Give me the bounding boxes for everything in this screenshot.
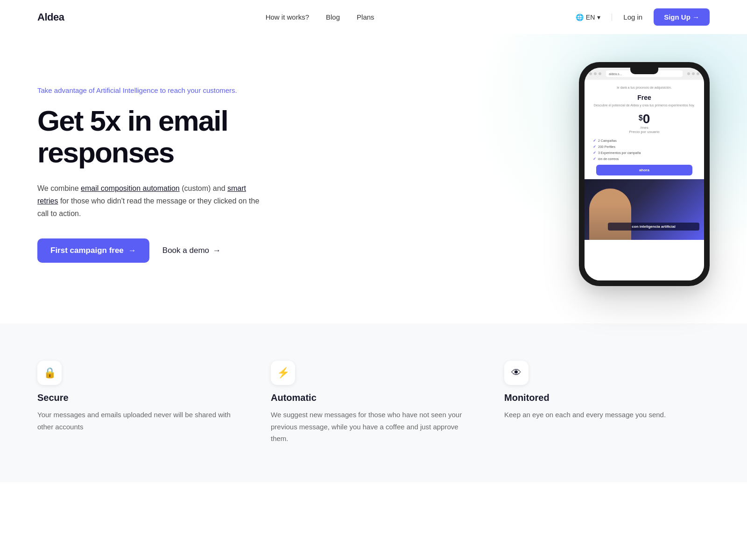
chevron-down-icon: ▾ bbox=[597, 14, 600, 21]
feature-icon-monitored: 👁 bbox=[504, 361, 529, 385]
feature-monitored: 👁 Monitored Keep an eye on each and ever… bbox=[504, 361, 710, 445]
phone-feature-4: ✓ ión de correos bbox=[593, 157, 696, 161]
phone-device: aldea.s... le dará a tus procesos de adq… bbox=[579, 62, 710, 286]
phone-feature-1: ✓ 2 Campañas bbox=[593, 139, 696, 143]
browser-dot-1 bbox=[589, 72, 592, 75]
phone-pricing-subtitle: le dará a tus procesos de adquisición. bbox=[591, 85, 698, 90]
hero-tagline: Take advantage of Artificial Intelligenc… bbox=[37, 85, 261, 96]
features-section: 🔒 Secure Your messages and emails upload… bbox=[0, 323, 747, 482]
nav-link-blog[interactable]: Blog bbox=[326, 13, 340, 21]
phone-url-text: aldea.s... bbox=[609, 72, 622, 76]
phone-currency-symbol: $ bbox=[639, 114, 643, 122]
phone-video-overlay: con inteligencia artificial bbox=[585, 179, 704, 240]
lock-icon: 🔒 bbox=[43, 367, 56, 379]
login-button[interactable]: Log in bbox=[623, 13, 642, 21]
check-icon-1: ✓ bbox=[593, 139, 596, 143]
book-demo-label: Book a demo bbox=[162, 246, 209, 255]
phone-feature-2: ✓ 200 Perfiles bbox=[593, 145, 696, 149]
hero-title-line2: responses bbox=[37, 136, 174, 168]
phone-price-block: $0 /mes Precio por usuario bbox=[591, 112, 698, 134]
hero-phone-mockup: aldea.s... le dará a tus procesos de adq… bbox=[579, 62, 710, 286]
phone-feature-label-3: 3 Experimentos por campaña bbox=[598, 151, 641, 154]
nav-links: How it works? Blog Plans bbox=[266, 13, 374, 21]
feature-title-monitored: Monitored bbox=[504, 392, 710, 403]
nav-right: 🌐 EN ▾ Log in Sign Up → bbox=[576, 8, 710, 26]
nav-item-how-it-works[interactable]: How it works? bbox=[266, 13, 309, 21]
feature-icon-secure: 🔒 bbox=[37, 361, 62, 385]
phone-cta-button[interactable]: ahora bbox=[596, 165, 692, 175]
hero-section: Take advantage of Artificial Intelligenc… bbox=[0, 34, 747, 323]
feature-icon-automatic: ⚡ bbox=[271, 361, 295, 385]
feature-title-secure: Secure bbox=[37, 392, 243, 403]
feature-secure: 🔒 Secure Your messages and emails upload… bbox=[37, 361, 243, 445]
bolt-icon: ⚡ bbox=[277, 367, 289, 379]
nav-link-how-it-works[interactable]: How it works? bbox=[266, 13, 309, 21]
browser-dot-2 bbox=[594, 72, 597, 75]
phone-feature-label-4: ión de correos bbox=[598, 157, 619, 161]
hero-content: Take advantage of Artificial Intelligenc… bbox=[37, 85, 261, 263]
hero-desc-middle: (custom) and bbox=[180, 184, 227, 192]
phone-screen: aldea.s... le dará a tus procesos de adq… bbox=[585, 68, 704, 280]
phone-plan-subtitle: Descubre el potencial de Aldea y crea tu… bbox=[591, 103, 698, 108]
check-icon-2: ✓ bbox=[593, 145, 596, 149]
navbar: Aldea How it works? Blog Plans 🌐 EN ▾ Lo… bbox=[0, 0, 747, 34]
signup-button[interactable]: Sign Up → bbox=[654, 8, 710, 26]
phone-plan-title: Free bbox=[591, 94, 698, 101]
hero-title-line1: Get 5x in email bbox=[37, 105, 228, 137]
browser-icon-1 bbox=[687, 72, 690, 75]
video-caption: con inteligencia artificial bbox=[608, 223, 699, 231]
phone-features-list: ✓ 2 Campañas ✓ 200 Perfiles ✓ 3 Experime… bbox=[591, 139, 698, 161]
feature-title-automatic: Automatic bbox=[271, 392, 476, 403]
hero-desc-start: We combine bbox=[37, 184, 81, 192]
feature-desc-automatic: We suggest new messages for those who ha… bbox=[271, 409, 476, 445]
phone-feature-3: ✓ 3 Experimentos por campaña bbox=[593, 151, 696, 155]
phone-price: $0 bbox=[639, 112, 650, 126]
phone-price-period: /mes Precio por usuario bbox=[591, 126, 698, 134]
arrow-right-icon: → bbox=[128, 246, 136, 255]
phone-feature-label-1: 2 Campañas bbox=[598, 139, 617, 142]
first-campaign-button[interactable]: First campaign free → bbox=[37, 238, 149, 263]
nav-item-plans[interactable]: Plans bbox=[357, 13, 374, 21]
check-icon-4: ✓ bbox=[593, 157, 596, 161]
check-icon-3: ✓ bbox=[593, 151, 596, 155]
eye-icon: 👁 bbox=[511, 367, 521, 379]
book-demo-button[interactable]: Book a demo → bbox=[162, 246, 221, 255]
email-automation-link[interactable]: email composition automation bbox=[81, 184, 180, 192]
phone-price-amount: 0 bbox=[643, 112, 650, 126]
phone-price-label: Precio por usuario bbox=[629, 130, 660, 134]
language-label: EN bbox=[586, 14, 595, 21]
features-grid: 🔒 Secure Your messages and emails upload… bbox=[37, 361, 710, 445]
video-face bbox=[589, 189, 631, 240]
phone-period-text: /mes bbox=[640, 126, 648, 130]
browser-dot-3 bbox=[599, 72, 601, 75]
phone-content: le dará a tus procesos de adquisición. F… bbox=[585, 80, 704, 280]
first-campaign-label: First campaign free bbox=[50, 246, 124, 255]
browser-icon-3 bbox=[697, 72, 699, 75]
hero-title: Get 5x in email responses bbox=[37, 105, 261, 168]
browser-icon-2 bbox=[692, 72, 695, 75]
feature-desc-secure: Your messages and emails uploaded never … bbox=[37, 409, 243, 433]
nav-link-plans[interactable]: Plans bbox=[357, 13, 374, 21]
phone-notch bbox=[630, 68, 658, 74]
feature-desc-monitored: Keep an eye on each and every message yo… bbox=[504, 409, 710, 421]
hero-desc-end: for those who didn't read the message or… bbox=[37, 197, 259, 217]
arrow-right-icon-2: → bbox=[213, 246, 221, 255]
hero-description: We combine email composition automation … bbox=[37, 182, 261, 220]
feature-automatic: ⚡ Automatic We suggest new messages for … bbox=[271, 361, 476, 445]
nav-item-blog[interactable]: Blog bbox=[326, 13, 340, 21]
language-selector[interactable]: 🌐 EN ▾ bbox=[576, 14, 612, 21]
globe-icon: 🌐 bbox=[576, 14, 584, 21]
phone-pricing-section: le dará a tus procesos de adquisición. F… bbox=[585, 80, 704, 179]
phone-feature-label-2: 200 Perfiles bbox=[598, 145, 615, 148]
hero-actions: First campaign free → Book a demo → bbox=[37, 238, 261, 263]
logo[interactable]: Aldea bbox=[37, 11, 64, 23]
